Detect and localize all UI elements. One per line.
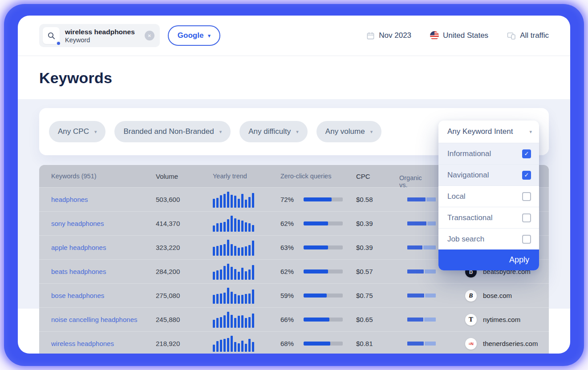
volume-cell: 284,200 bbox=[156, 268, 213, 275]
keyword-intent-trigger[interactable]: Any Keyword Intent ▾ bbox=[438, 121, 539, 143]
date-selector[interactable]: Nov 2023 bbox=[366, 31, 411, 40]
keyword-search-box[interactable]: wireless headphones Keyword ✕ bbox=[39, 24, 160, 47]
domain-cell[interactable]: ≡N thenerdseries.com bbox=[465, 338, 549, 350]
zero-click-cell: 59% bbox=[280, 292, 356, 299]
filter-pill[interactable]: Any CPC ▾ bbox=[49, 121, 105, 142]
location-selector[interactable]: United States bbox=[430, 31, 488, 40]
keyword-link[interactable]: sony headphones bbox=[51, 220, 104, 227]
trend-bar bbox=[223, 315, 226, 328]
intent-checkbox[interactable] bbox=[522, 192, 531, 201]
organic-vs-paid-bar bbox=[407, 221, 436, 225]
keyword-dot-indicator bbox=[56, 41, 61, 46]
intent-options-list: Informational ✓ Navigational ✓ Local Tra… bbox=[438, 143, 539, 249]
trend-chart bbox=[213, 312, 280, 328]
keyword-link[interactable]: bose headphones bbox=[51, 292, 104, 299]
intent-checkbox[interactable] bbox=[522, 213, 531, 222]
zero-click-cell: 62% bbox=[280, 220, 356, 227]
volume-cell: 245,880 bbox=[156, 316, 213, 323]
keyword-intent-label: Any Keyword Intent bbox=[447, 127, 513, 136]
intent-option[interactable]: Local bbox=[438, 185, 539, 207]
trend-bar bbox=[252, 265, 254, 280]
trend-bar bbox=[252, 290, 254, 304]
table-row[interactable]: wireless headphones 218,920 68% $0.81 ≡N… bbox=[39, 331, 549, 354]
intent-option[interactable]: Navigational ✓ bbox=[438, 164, 539, 185]
trend-bar bbox=[245, 294, 247, 304]
column-header-keywords[interactable]: Keywords (951) bbox=[39, 173, 156, 180]
domain-cell[interactable]: B bose.com bbox=[465, 290, 549, 302]
zero-click-fill bbox=[304, 245, 328, 249]
zero-click-fill bbox=[304, 197, 332, 201]
volume-cell: 218,920 bbox=[156, 340, 213, 347]
zero-click-value: 62% bbox=[280, 268, 299, 275]
organic-vs-paid-bar bbox=[407, 269, 436, 273]
cpc-cell: $0.39 bbox=[356, 244, 407, 251]
intent-checkbox[interactable]: ✓ bbox=[522, 171, 531, 180]
organic-bar bbox=[407, 269, 424, 273]
trend-bar bbox=[213, 199, 215, 208]
clear-search-button[interactable]: ✕ bbox=[145, 31, 154, 40]
intent-option[interactable]: Informational ✓ bbox=[438, 143, 539, 164]
keyword-link[interactable]: wireless headphones bbox=[51, 340, 114, 347]
trend-bar bbox=[231, 336, 233, 352]
trend-bar bbox=[248, 197, 251, 208]
trend-bar bbox=[223, 194, 226, 208]
trend-bar bbox=[220, 317, 222, 328]
keyword-link[interactable]: beats headphones bbox=[51, 268, 106, 275]
organic-bar bbox=[407, 294, 424, 298]
trend-bar bbox=[231, 315, 233, 328]
trend-bar bbox=[238, 272, 240, 280]
filter-pill-label: Any difficulty bbox=[248, 127, 291, 136]
domain-cell[interactable]: T nytimes.com bbox=[465, 314, 549, 326]
intent-option[interactable]: Job search bbox=[438, 228, 539, 249]
trend-bar bbox=[223, 244, 226, 256]
keyword-link[interactable]: apple headphones bbox=[51, 244, 106, 251]
trend-bar bbox=[245, 344, 247, 352]
zero-click-cell: 63% bbox=[280, 244, 356, 251]
screenshot-stage: wireless headphones Keyword ✕ Google ▾ N… bbox=[0, 0, 588, 370]
apply-button[interactable]: Apply bbox=[438, 249, 539, 270]
keyword-link[interactable]: headphones bbox=[51, 196, 88, 203]
trend-bar bbox=[248, 245, 251, 256]
trend-bar bbox=[234, 246, 236, 256]
trend-bar bbox=[241, 295, 243, 304]
intent-option-label: Informational bbox=[447, 149, 491, 158]
filter-pill[interactable]: Any difficulty ▾ bbox=[239, 121, 308, 142]
domain-favicon: B bbox=[465, 290, 477, 302]
intent-option-label: Job search bbox=[447, 235, 484, 244]
column-header-zero-click[interactable]: Zero-click queries bbox=[280, 173, 356, 180]
title-section: Keywords bbox=[18, 56, 570, 99]
column-header-volume[interactable]: Volume bbox=[156, 173, 213, 180]
filter-pill[interactable]: Any volume ▾ bbox=[316, 121, 381, 142]
intent-checkbox[interactable] bbox=[522, 235, 531, 244]
column-header-organic[interactable]: Organic vs. bbox=[399, 174, 428, 178]
trend-bar bbox=[241, 315, 243, 328]
zero-click-cell: 72% bbox=[280, 196, 356, 203]
zero-click-value: 72% bbox=[280, 196, 299, 203]
filter-pill-label: Any volume bbox=[325, 127, 365, 136]
trend-bar bbox=[241, 221, 243, 232]
filter-pill[interactable]: Branded and Non-Branded ▾ bbox=[114, 121, 231, 142]
table-row[interactable]: bose headphones 275,080 59% $0.75 B bose… bbox=[39, 283, 549, 307]
intent-checkbox[interactable]: ✓ bbox=[522, 149, 531, 158]
zero-click-bar bbox=[304, 221, 343, 225]
organic-bar bbox=[407, 245, 422, 249]
table-row[interactable]: noise cancelling headphones 245,880 66% … bbox=[39, 307, 549, 331]
search-engine-dropdown[interactable]: Google ▾ bbox=[168, 25, 220, 46]
chevron-down-icon: ▾ bbox=[94, 129, 97, 135]
keyword-link[interactable]: noise cancelling headphones bbox=[51, 316, 137, 323]
paid-bar bbox=[425, 294, 436, 298]
trend-chart bbox=[213, 288, 280, 304]
trend-bar bbox=[241, 341, 243, 352]
traffic-selector[interactable]: All traffic bbox=[507, 31, 549, 40]
column-header-trend[interactable]: Yearly trend bbox=[213, 173, 280, 180]
domain-favicon: T bbox=[465, 314, 477, 326]
zero-click-value: 66% bbox=[280, 316, 299, 323]
trend-bar bbox=[213, 345, 215, 352]
domain-favicon: ≡N bbox=[465, 338, 477, 350]
close-icon: ✕ bbox=[148, 33, 151, 38]
trend-bar bbox=[216, 318, 219, 328]
trend-bar bbox=[231, 244, 233, 256]
intent-option[interactable]: Transactional bbox=[438, 207, 539, 228]
organic-bar bbox=[407, 197, 426, 201]
chevron-down-icon: ▾ bbox=[219, 129, 222, 135]
